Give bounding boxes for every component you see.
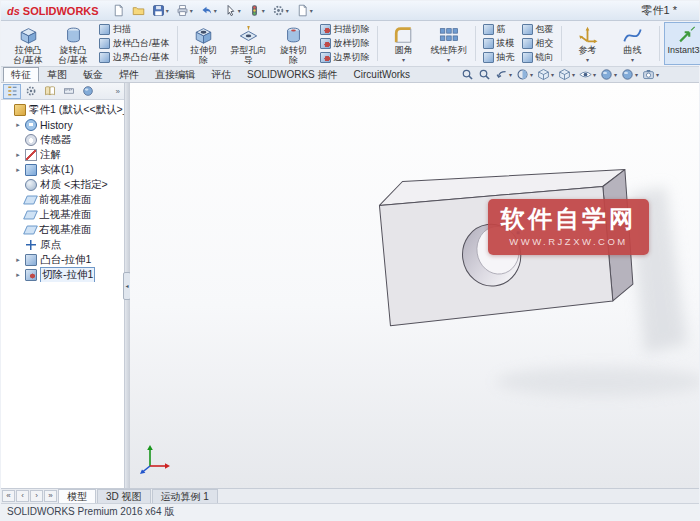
- ribbon-button-extrude-boss[interactable]: 拉伸凸 台/基体: [6, 22, 50, 65]
- solidworks-logo: ds SOLIDWORKS: [7, 5, 99, 17]
- open-file-button[interactable]: [129, 2, 148, 19]
- tree-item[interactable]: 材质 <未指定>: [1, 177, 124, 192]
- ribbon-button-loft-cut[interactable]: 放样切除: [317, 37, 373, 51]
- ribbon-button-shell[interactable]: 抽壳: [480, 51, 518, 65]
- first-tab-button[interactable]: «: [2, 490, 15, 502]
- file-properties-button[interactable]: ▾: [293, 2, 316, 19]
- graphics-area[interactable]: 软件自学网 WWW.RJZXW.COM: [130, 83, 699, 488]
- ribbon-tab-1[interactable]: 草图: [39, 67, 75, 82]
- document-tab-2[interactable]: 运动算例 1: [152, 489, 218, 503]
- options-button[interactable]: ▾: [269, 2, 292, 19]
- save-button[interactable]: ▾: [149, 2, 172, 19]
- ribbon-button-label: 筋: [497, 23, 506, 36]
- ribbon-button-fillet[interactable]: 圆角▾: [382, 22, 426, 65]
- status-bar: SOLIDWORKS Premium 2016 x64 版: [1, 503, 699, 520]
- ribbon-tab-3[interactable]: 焊件: [111, 67, 147, 82]
- floor-shadow: [496, 367, 699, 397]
- document-tab-1[interactable]: 3D 视图: [97, 489, 151, 503]
- tree-item[interactable]: ▸切除-拉伸1: [1, 267, 124, 282]
- ribbon-tab-5[interactable]: 评估: [203, 67, 239, 82]
- ribbon-button-label: 拔模: [497, 37, 515, 50]
- expand-arrow-icon[interactable]: ▸: [14, 151, 22, 159]
- scene-button[interactable]: ▾: [621, 68, 638, 81]
- ribbon-button-curves[interactable]: 曲线▾: [611, 22, 655, 65]
- propertymanager-tab[interactable]: [22, 84, 40, 99]
- ribbon-button-loft[interactable]: 放样凸台/基体: [96, 37, 173, 51]
- configurationmanager-icon: [44, 85, 56, 97]
- ribbon-button-sweep-cut[interactable]: 扫描切除: [317, 23, 373, 37]
- ribbon-button-rib[interactable]: 筋: [480, 23, 518, 37]
- ribbon-button-wrap[interactable]: 包覆: [519, 23, 557, 37]
- previous-view-button[interactable]: ▾: [495, 68, 512, 81]
- tree-item[interactable]: 传感器: [1, 132, 124, 147]
- tree-item[interactable]: ▸凸台-拉伸1: [1, 252, 124, 267]
- expand-arrow-icon[interactable]: ▸: [14, 121, 22, 129]
- zoom-fit-button[interactable]: [461, 68, 474, 81]
- tree-item-label: 凸台-拉伸1: [40, 253, 91, 267]
- ribbon-button-revolve-cut[interactable]: 旋转切 除: [272, 22, 316, 65]
- ribbon-button-intersect[interactable]: 相交: [519, 37, 557, 51]
- view-setting-button[interactable]: ▾: [642, 68, 659, 81]
- ribbon-tab-6[interactable]: SOLIDWORKS 插件: [239, 67, 346, 82]
- ribbon-tab-2[interactable]: 钣金: [75, 67, 111, 82]
- ribbon-button-instant3d[interactable]: Instant3D: [664, 22, 700, 65]
- displaymanager-tab[interactable]: [79, 84, 97, 99]
- tree-item[interactable]: 原点: [1, 237, 124, 252]
- expand-arrow-icon[interactable]: ▸: [14, 271, 22, 279]
- panel-more-button[interactable]: »: [114, 87, 122, 96]
- print-button[interactable]: ▾: [173, 2, 196, 19]
- ribbon-button-boundary[interactable]: 边界凸台/基体: [96, 51, 173, 65]
- next-tab-button[interactable]: ›: [30, 490, 43, 502]
- undo-button[interactable]: ▾: [197, 2, 220, 19]
- group-separator: [377, 26, 378, 61]
- ribbon-button-extrude-cut[interactable]: 拉伸切 除: [182, 22, 226, 65]
- tree-item-label: History: [40, 119, 73, 131]
- display-style-button[interactable]: ▾: [558, 68, 575, 81]
- ribbon-group: Instant3D: [661, 22, 700, 65]
- last-tab-button[interactable]: »: [44, 490, 57, 502]
- tree-item[interactable]: 右视基准面: [1, 222, 124, 237]
- ribbon-button-draft[interactable]: 拔模: [480, 37, 518, 51]
- tree-item[interactable]: ▸注解: [1, 147, 124, 162]
- document-tab-0[interactable]: 模型: [58, 489, 96, 503]
- new-file-button[interactable]: [109, 2, 128, 19]
- select-button[interactable]: ▾: [221, 2, 244, 19]
- ribbon-button-linear-pattern[interactable]: 线性阵列▾: [427, 22, 471, 65]
- hide-show-button[interactable]: ▾: [579, 68, 596, 81]
- plane-icon: [23, 225, 38, 234]
- ribbon-small-column: 筋拔模抽壳: [480, 22, 518, 65]
- tree-item[interactable]: 上视基准面: [1, 207, 124, 222]
- featuremanager-tree-icon: [6, 85, 18, 97]
- ribbon-button-reference[interactable]: 参考▾: [566, 22, 610, 65]
- ribbon-button-label: 扫描切除: [334, 23, 370, 36]
- ribbon-button-revolve-boss[interactable]: 旋转凸 台/基体: [51, 22, 95, 65]
- tree-item[interactable]: ▸History: [1, 117, 124, 132]
- cut-extrude-icon: [25, 269, 37, 281]
- tree-item[interactable]: ▸实体(1): [1, 162, 124, 177]
- view-orientation-button[interactable]: ▾: [537, 68, 554, 81]
- ribbon-button-label: 旋转切 除: [280, 46, 307, 65]
- featuremanager-tree-tab[interactable]: [3, 84, 21, 99]
- section-view-button[interactable]: ▾: [516, 68, 533, 81]
- ribbon-tab-4[interactable]: 直接编辑: [147, 67, 203, 82]
- ribbon-button-hole-wizard[interactable]: 异型孔向导: [227, 22, 271, 65]
- expand-arrow-icon[interactable]: ▸: [14, 256, 22, 264]
- previous-tab-button[interactable]: ‹: [16, 490, 29, 502]
- draft-icon: [483, 38, 494, 49]
- expand-arrow-icon[interactable]: ▸: [14, 166, 22, 174]
- ribbon-tab-0[interactable]: 特征: [3, 67, 39, 82]
- tree-item[interactable]: 零件1 (默认<<默认>_显示状态: [1, 102, 124, 117]
- boundary-icon: [99, 52, 110, 63]
- ribbon-button-sweep[interactable]: 扫描: [96, 23, 173, 37]
- ribbon-button-boundary-cut[interactable]: 边界切除: [317, 51, 373, 65]
- configurationmanager-tab[interactable]: [41, 84, 59, 99]
- dimxpertmanager-tab[interactable]: [60, 84, 78, 99]
- ribbon-button-mirror[interactable]: 镜向: [519, 51, 557, 65]
- zoom-area-button[interactable]: [478, 68, 491, 81]
- tree-item[interactable]: 前视基准面: [1, 192, 124, 207]
- appearance-button[interactable]: ▾: [600, 68, 617, 81]
- rebuild-button[interactable]: ▾: [245, 2, 268, 19]
- loft-cut-icon: [320, 38, 331, 49]
- ribbon-tab-7[interactable]: CircuitWorks: [346, 67, 418, 82]
- dropdown-arrow-icon: ▾: [310, 7, 313, 14]
